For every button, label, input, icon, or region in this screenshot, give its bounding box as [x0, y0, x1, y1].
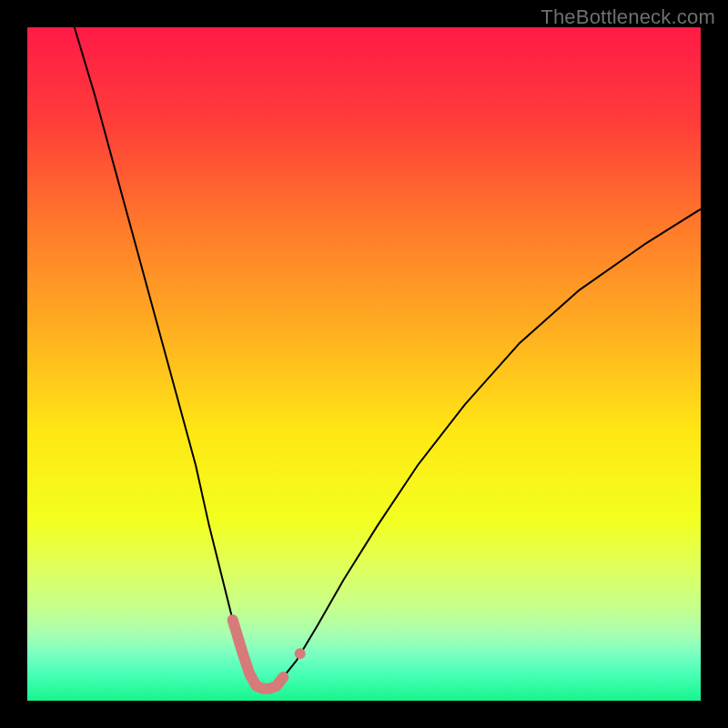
- chart-frame: TheBottleneck.com: [0, 0, 728, 728]
- highlight-trough: [233, 620, 284, 688]
- curve-layer: [27, 27, 701, 701]
- highlight-dot: [295, 648, 306, 659]
- plot-area: [27, 27, 701, 701]
- bottleneck-curve: [75, 27, 701, 689]
- watermark-text: TheBottleneck.com: [541, 5, 715, 29]
